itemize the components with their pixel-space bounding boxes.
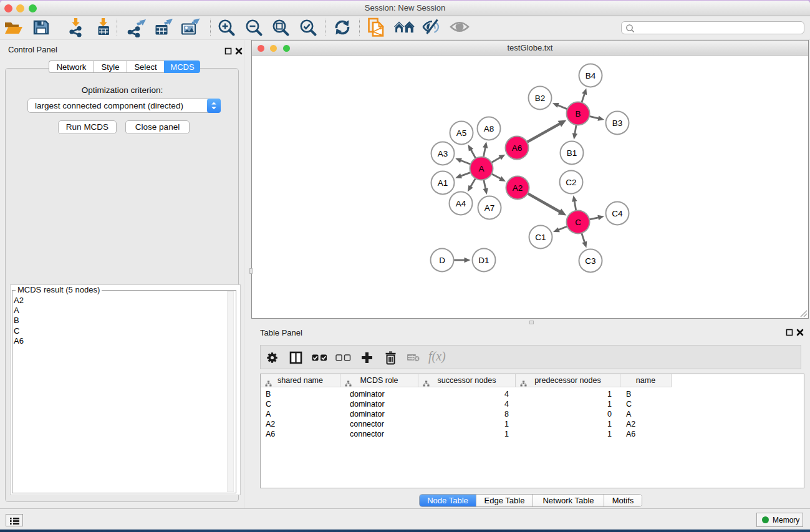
svg-text:A5: A5 — [456, 128, 467, 137]
svg-text:C1: C1 — [535, 232, 546, 241]
svg-text:A: A — [478, 163, 484, 173]
svg-text:B1: B1 — [567, 148, 577, 157]
svg-text:D: D — [439, 255, 445, 264]
svg-text:B: B — [575, 109, 581, 118]
svg-text:C2: C2 — [566, 177, 576, 186]
svg-text:D1: D1 — [478, 255, 489, 264]
svg-text:C3: C3 — [585, 256, 595, 265]
svg-text:A4: A4 — [456, 198, 466, 208]
svg-text:A8: A8 — [484, 123, 494, 133]
svg-text:C: C — [575, 217, 581, 226]
svg-text:A2: A2 — [513, 183, 523, 192]
svg-text:B4: B4 — [586, 70, 596, 80]
svg-text:C4: C4 — [612, 208, 623, 218]
svg-text:B3: B3 — [612, 118, 623, 127]
svg-text:A7: A7 — [485, 203, 495, 212]
svg-text:A3: A3 — [438, 148, 448, 158]
svg-text:B2: B2 — [535, 93, 546, 102]
svg-text:A6: A6 — [512, 143, 523, 152]
svg-text:A1: A1 — [438, 178, 448, 187]
